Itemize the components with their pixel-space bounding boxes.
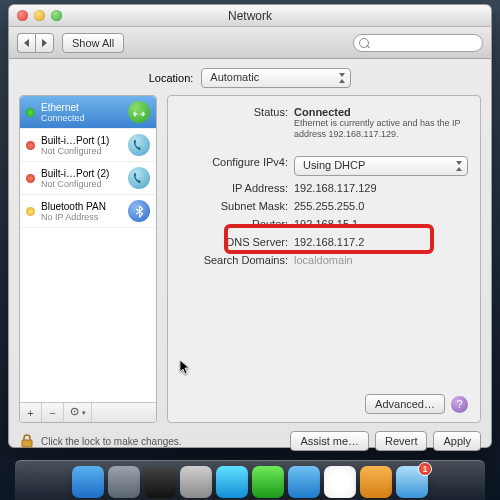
sidebar-item-status: Not Configured — [41, 179, 122, 189]
router-value: 192.168.15.1 — [294, 218, 468, 230]
router-label: Router: — [180, 218, 288, 230]
status-dot-icon — [26, 108, 35, 117]
apply-button[interactable]: Apply — [433, 431, 481, 451]
phone-icon — [128, 134, 150, 156]
chevron-right-icon — [42, 39, 47, 47]
remove-connection-button[interactable]: − — [42, 403, 64, 422]
lock-icon[interactable] — [19, 433, 35, 449]
dock-item-finder[interactable] — [72, 466, 104, 498]
dock-item-photobooth[interactable] — [360, 466, 392, 498]
badge: 1 — [418, 462, 432, 476]
window-title: Network — [9, 9, 491, 23]
status-desc: Ethernet is currently active and has the… — [294, 118, 468, 140]
forward-button[interactable] — [35, 33, 54, 53]
status-dot-icon — [26, 207, 35, 216]
sidebar-item-status: Not Configured — [41, 146, 122, 156]
revert-button[interactable]: Revert — [375, 431, 427, 451]
dock-item-itunes[interactable] — [288, 466, 320, 498]
network-window: Network Show All Location: Automatic — [8, 4, 492, 448]
ip-value: 192.168.117.129 — [294, 182, 468, 194]
dock-item-launchpad[interactable] — [108, 466, 140, 498]
configure-ipv4-popup[interactable]: Using DHCP — [294, 156, 468, 176]
show-all-button[interactable]: Show All — [62, 33, 124, 53]
action-menu-button[interactable]: ▾ — [64, 403, 92, 422]
help-button[interactable]: ? — [451, 396, 468, 413]
location-label: Location: — [149, 72, 194, 84]
dns-label: DNS Server: — [180, 236, 288, 248]
sidebar-item-label: Ethernet — [41, 102, 79, 113]
phone-icon — [128, 167, 150, 189]
status-label: Status: — [180, 106, 288, 118]
back-button[interactable] — [17, 33, 35, 53]
dock-item-facetime[interactable] — [252, 466, 284, 498]
svg-point-1 — [73, 411, 75, 413]
sidebar-item-port1[interactable]: Built-i…Port (1) Not Configured — [20, 129, 156, 162]
status-value: Connected — [294, 106, 468, 118]
gear-icon — [70, 406, 81, 419]
svg-rect-2 — [22, 440, 32, 447]
dock-item-appstore[interactable] — [144, 466, 176, 498]
details-panel: Status: Connected Ethernet is currently … — [167, 95, 481, 423]
ethernet-icon — [128, 101, 150, 123]
ip-label: IP Address: — [180, 182, 288, 194]
lock-text: Click the lock to make changes. — [41, 436, 182, 447]
sidebar-item-label: Built-i…Port (1) — [41, 135, 109, 146]
chevron-left-icon — [24, 39, 29, 47]
search-domains-value: localdomain — [294, 254, 468, 266]
dns-value: 192.168.117.2 — [294, 236, 468, 248]
sidebar-item-bluetooth[interactable]: Bluetooth PAN No IP Address — [20, 195, 156, 228]
connection-sidebar: Ethernet Connected Built-i…Port (1) Not … — [19, 95, 157, 423]
toolbar: Show All — [9, 27, 491, 59]
dock-item-safari[interactable]: 1 — [396, 466, 428, 498]
location-popup[interactable]: Automatic — [201, 68, 351, 88]
dock-item-settings[interactable] — [180, 466, 212, 498]
add-connection-button[interactable]: + — [20, 403, 42, 422]
dock: 1 — [15, 460, 485, 500]
status-dot-icon — [26, 141, 35, 150]
dock-item-calendar[interactable] — [324, 466, 356, 498]
subnet-label: Subnet Mask: — [180, 200, 288, 212]
configure-label: Configure IPv4: — [180, 156, 288, 168]
status-dot-icon — [26, 174, 35, 183]
advanced-button[interactable]: Advanced… — [365, 394, 445, 414]
sidebar-item-status: Connected — [41, 113, 122, 123]
search-input[interactable] — [353, 34, 483, 52]
sidebar-item-ethernet[interactable]: Ethernet Connected — [20, 96, 156, 129]
sidebar-item-label: Bluetooth PAN — [41, 201, 106, 212]
bluetooth-icon — [128, 200, 150, 222]
sidebar-item-port2[interactable]: Built-i…Port (2) Not Configured — [20, 162, 156, 195]
assist-button[interactable]: Assist me… — [290, 431, 369, 451]
sidebar-item-label: Built-i…Port (2) — [41, 168, 109, 179]
dock-item-imessage[interactable] — [216, 466, 248, 498]
sidebar-item-status: No IP Address — [41, 212, 122, 222]
search-domains-label: Search Domains: — [180, 254, 288, 266]
subnet-value: 255.255.255.0 — [294, 200, 468, 212]
titlebar[interactable]: Network — [9, 5, 491, 27]
